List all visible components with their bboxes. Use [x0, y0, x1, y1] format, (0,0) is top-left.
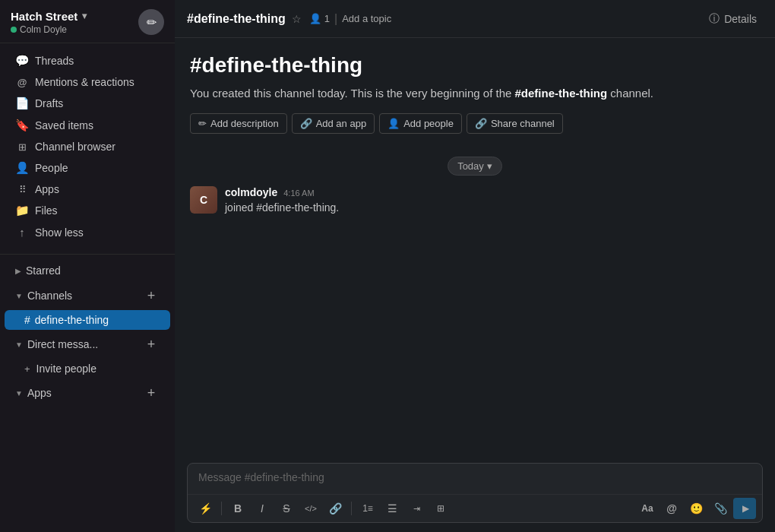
strikethrough-button[interactable]: S	[275, 498, 298, 519]
sidebar-item-apps[interactable]: ⠿ Apps	[5, 179, 170, 199]
chat-area: #define-the-thing You created this chann…	[175, 38, 775, 457]
sidebar-item-show-less[interactable]: ↑ Show less	[5, 222, 170, 242]
channel-meta: 👤 1 | Add a topic	[309, 12, 391, 26]
unordered-list-button[interactable]: ☰	[381, 498, 403, 519]
add-people-button[interactable]: 👤 Add people	[379, 113, 462, 134]
member-icon: 👤	[309, 13, 321, 24]
mention-button[interactable]: @	[660, 498, 683, 519]
intro-prefix: You created this channel today. This is …	[190, 87, 515, 100]
code-button[interactable]: </>	[299, 498, 322, 519]
date-label: Today	[457, 160, 484, 172]
workspace-name-text: Hatch Street	[11, 10, 78, 23]
channel-name: define-the-thing	[35, 314, 109, 326]
channel-intro-description: You created this channel today. This is …	[190, 85, 760, 103]
workspace-name[interactable]: Hatch Street ▾	[11, 10, 87, 23]
sidebar-item-files[interactable]: 📁 Files	[5, 200, 170, 221]
send-button[interactable]: ▶	[733, 498, 756, 519]
add-topic-button[interactable]: Add a topic	[342, 13, 391, 24]
ordered-list-button[interactable]: 1≡	[356, 498, 379, 519]
format-button[interactable]: Aa	[636, 498, 659, 519]
sidebar-item-channel-browser[interactable]: ⊞ Channel browser	[5, 137, 170, 157]
show-less-label: Show less	[35, 226, 84, 239]
date-pill[interactable]: Today ▾	[448, 157, 502, 176]
invite-people-label: Invite people	[36, 363, 96, 375]
sidebar-item-threads[interactable]: 💬 Threads	[5, 50, 170, 71]
link-button[interactable]: 🔗	[324, 498, 346, 519]
share-icon: 🔗	[475, 118, 487, 129]
starred-label: Starred	[26, 264, 61, 277]
main-content: #define-the-thing ☆ 👤 1 | Add a topic ⓘ …	[175, 0, 775, 532]
message-time: 4:16 AM	[283, 188, 314, 198]
sidebar-item-mentions[interactable]: @ Mentions & reactions	[5, 72, 170, 92]
member-count: 👤 1	[309, 13, 330, 24]
bold-button[interactable]: B	[226, 498, 249, 519]
channel-header-left: #define-the-thing ☆ 👤 1 | Add a topic	[187, 12, 391, 26]
people-add-icon: 👤	[388, 118, 400, 129]
message-author[interactable]: colmdoyle	[225, 186, 277, 198]
starred-section-header[interactable]: ▶ Starred	[5, 260, 170, 281]
intro-suffix: channel.	[607, 87, 653, 100]
composer-toolbar: ⚡ B I S </> 🔗 1≡ ☰ ⇥ ⊞ Aa @ 🙂 📎 ▶	[188, 494, 762, 522]
add-description-button[interactable]: ✏ Add description	[190, 113, 287, 134]
workspace-chevron-icon: ▾	[82, 11, 87, 21]
saved-label: Saved items	[35, 119, 93, 131]
channels-arrow-icon: ▼	[15, 292, 23, 300]
lightning-button[interactable]: ⚡	[194, 498, 217, 519]
pipe-divider: |	[334, 12, 337, 26]
add-dm-button[interactable]: +	[143, 336, 160, 353]
channel-hash-icon: #	[24, 314, 30, 326]
more-format-button[interactable]: ⊞	[429, 498, 452, 519]
starred-arrow-icon: ▶	[15, 267, 21, 275]
date-separator: Today ▾	[190, 157, 760, 176]
apps-section-header[interactable]: ▼ Apps +	[5, 380, 170, 406]
send-icon: ▶	[742, 503, 749, 514]
starred-header-left: ▶ Starred	[15, 264, 61, 277]
channel-title: #define-the-thing ☆	[187, 12, 302, 26]
dm-arrow-icon: ▼	[15, 340, 23, 349]
channel-item-define-the-thing[interactable]: # define-the-thing	[5, 310, 170, 330]
channels-header-left: ▼ Channels	[15, 290, 72, 302]
channel-intro-title: #define-the-thing	[190, 53, 760, 78]
sidebar-item-drafts[interactable]: 📄 Drafts	[5, 93, 170, 114]
threads-label: Threads	[35, 55, 74, 67]
add-app-button[interactable]: +	[143, 385, 160, 401]
star-icon[interactable]: ☆	[292, 13, 302, 25]
online-indicator	[11, 27, 17, 33]
indent-button[interactable]: ⇥	[405, 498, 428, 519]
workspace-header: Hatch Street ▾ Colm Doyle ✏	[0, 0, 175, 43]
composer-area: Message #define-the-thing ⚡ B I S </> 🔗 …	[175, 457, 775, 532]
compose-button[interactable]: ✏	[138, 9, 164, 35]
channel-browser-label: Channel browser	[35, 141, 115, 153]
channel-actions: ✏ Add description 🔗 Add an app 👤 Add peo…	[190, 113, 760, 134]
drafts-icon: 📄	[15, 97, 29, 110]
dm-section-header[interactable]: ▼ Direct messa... +	[5, 331, 170, 357]
app-icon: 🔗	[300, 118, 312, 129]
add-people-label: Add people	[403, 118, 454, 129]
info-icon: ⓘ	[709, 12, 720, 26]
share-channel-label: Share channel	[491, 118, 555, 129]
apps-section-label: Apps	[27, 387, 52, 399]
user-name: Colm Doyle	[20, 24, 67, 35]
user-status: Colm Doyle	[11, 24, 87, 35]
apps-label: Apps	[35, 183, 59, 195]
sidebar-item-saved[interactable]: 🔖 Saved items	[5, 115, 170, 136]
add-app-channel-button[interactable]: 🔗 Add an app	[292, 113, 375, 134]
sidebar: Hatch Street ▾ Colm Doyle ✏ 💬 Threads @ …	[0, 0, 175, 532]
details-label: Details	[724, 13, 757, 25]
italic-button[interactable]: I	[251, 498, 274, 519]
channels-section-header[interactable]: ▼ Channels +	[5, 283, 170, 309]
threads-icon: 💬	[15, 54, 29, 68]
dm-header-left: ▼ Direct messa...	[15, 338, 98, 350]
message-input[interactable]: Message #define-the-thing	[188, 464, 762, 494]
sidebar-item-people[interactable]: 👤 People	[5, 157, 170, 179]
show-less-icon: ↑	[15, 226, 29, 239]
add-channel-button[interactable]: +	[143, 287, 160, 304]
invite-people-item[interactable]: + Invite people	[5, 359, 170, 378]
emoji-button[interactable]: 🙂	[685, 498, 707, 519]
message-text: joined #define-the-thing.	[225, 200, 760, 216]
share-channel-button[interactable]: 🔗 Share channel	[467, 113, 563, 134]
details-button[interactable]: ⓘ Details	[703, 9, 763, 29]
channel-header-right: ⓘ Details	[703, 9, 763, 29]
attachment-button[interactable]: 📎	[709, 498, 732, 519]
composer-placeholder: Message #define-the-thing	[198, 471, 324, 483]
